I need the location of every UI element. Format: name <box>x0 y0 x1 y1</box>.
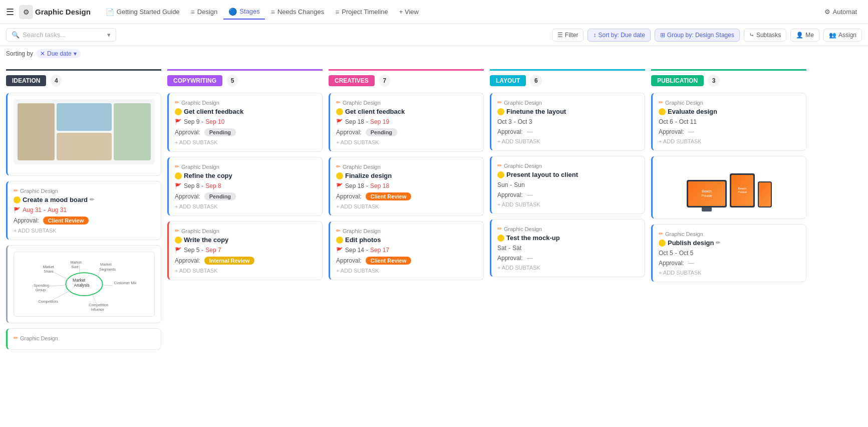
card-title-present: Present layout to client <box>497 171 639 178</box>
pencil-icon: ✏ <box>659 231 663 237</box>
card-create-mood-board[interactable]: ✏ Graphic Design Create a mood board ✏ 🚩… <box>6 181 161 240</box>
card-mood-board-image[interactable] <box>6 93 161 176</box>
status-dot <box>175 237 182 244</box>
card-copywriting-feedback[interactable]: ✏ Graphic Design Get client feedback 🚩 S… <box>167 93 323 152</box>
card-publish-design[interactable]: ✏ Graphic Design Publish design ✏ Oct 5 … <box>651 224 806 282</box>
status-dot <box>175 108 182 115</box>
tablet: BeachPlease <box>730 173 755 207</box>
svg-text:Market: Market <box>73 278 86 283</box>
card-creatives-feedback[interactable]: ✏ Graphic Design Get client feedback 🚩 S… <box>329 93 484 152</box>
date-end: Sep 19 <box>370 118 389 125</box>
search-box[interactable]: 🔍 Search tasks... ▾ <box>6 28 116 42</box>
timeline-icon: ≡ <box>335 8 339 16</box>
close-sort-icon[interactable]: ✕ <box>40 50 45 57</box>
card-title-finalize: Finalize design <box>336 172 477 179</box>
date-end: Sep 10 <box>205 118 224 125</box>
subtasks-button[interactable]: ⤷ Subtasks <box>744 29 786 42</box>
column-header-copywriting: COPYWRITING 5 <box>167 69 323 87</box>
status-dot <box>659 240 666 247</box>
filter-button[interactable]: ☰ Filter <box>552 29 584 42</box>
status-dot <box>336 108 343 115</box>
add-subtask[interactable]: + ADD SUBTASK <box>336 139 477 145</box>
app-icon: ⚙ <box>19 5 33 19</box>
tab-stages[interactable]: 🔵 Stages <box>223 5 264 20</box>
monitor: BeachPlease <box>687 180 727 207</box>
card-device-mockup[interactable]: BeachPlease BeachPlease <box>651 156 806 219</box>
search-input[interactable]: Search tasks... <box>23 31 66 39</box>
search-dropdown-icon[interactable]: ▾ <box>107 31 111 39</box>
date-start: Sat <box>497 245 506 252</box>
automat-button[interactable]: ⚙ Automat <box>819 6 862 18</box>
card-edit-photos[interactable]: ✏ Graphic Design Edit photos 🚩 Sep 14 - … <box>329 221 484 280</box>
pencil-icon: ✏ <box>497 226 502 232</box>
svg-text:Segments: Segments <box>99 267 116 272</box>
column-creatives: CREATIVES 7 ✏ Graphic Design Get client … <box>329 69 484 285</box>
stage-count-creatives: 7 <box>379 75 391 87</box>
card-dates: 🚩 Sep 9 - Sep 10 <box>175 118 316 125</box>
add-subtask[interactable]: + ADD SUBTASK <box>659 138 800 144</box>
approval-dash: — <box>688 128 694 135</box>
toolbar: 🔍 Search tasks... ▾ ☰ Filter ↕ Sort by: … <box>0 24 868 46</box>
add-subtask[interactable]: + ADD SUBTASK <box>497 265 639 271</box>
card-project: ✏ Graphic Design <box>175 163 316 170</box>
date-end: Sat <box>512 245 521 252</box>
tab-view-add[interactable]: + View <box>394 5 424 19</box>
sort-chip-chevron[interactable]: ▾ <box>74 50 77 57</box>
pencil-icon: ✏ <box>336 163 341 170</box>
date-end: Sep 18 <box>370 182 389 189</box>
card-project: ✏ Graphic Design <box>336 99 477 106</box>
card-test-mockup[interactable]: ✏ Graphic Design Test the mock-up Sat - … <box>490 219 645 277</box>
date-start: Oct 3 <box>497 118 512 125</box>
status-dot <box>175 172 182 179</box>
tab-design[interactable]: ≡ Design <box>186 5 223 19</box>
status-dot <box>497 171 504 178</box>
column-layout: LAYOUT 6 ✏ Graphic Design Finetune the l… <box>490 69 645 282</box>
sort-by-button[interactable]: ↕ Sort by: Due date <box>588 29 650 42</box>
approval-badge: Client Review <box>366 192 412 200</box>
card-ideation-bottom[interactable]: ✏ Graphic Design <box>6 328 161 350</box>
edit-icon[interactable]: ✏ <box>716 240 720 246</box>
add-subtask[interactable]: + ADD SUBTASK <box>175 203 316 209</box>
card-dates: 🚩 Sep 18 - Sep 18 <box>336 182 477 189</box>
date-end: Sep 8 <box>205 182 221 189</box>
me-button[interactable]: 👤 Me <box>790 29 819 42</box>
card-write-copy[interactable]: ✏ Graphic Design Write the copy 🚩 Sep 5 … <box>167 221 323 280</box>
add-subtask-mood-board[interactable]: + ADD SUBTASK <box>14 228 155 234</box>
pencil-icon: ✏ <box>336 99 341 106</box>
sort-chip[interactable]: ✕ Due date ▾ <box>36 49 81 58</box>
monitor-screen: BeachPlease <box>688 181 725 206</box>
add-subtask[interactable]: + ADD SUBTASK <box>497 201 639 207</box>
pencil-icon-bottom: ✏ <box>14 335 18 341</box>
add-subtask[interactable]: + ADD SUBTASK <box>659 270 800 276</box>
edit-icon[interactable]: ✏ <box>90 196 94 203</box>
hamburger-icon[interactable]: ☰ <box>6 7 14 18</box>
card-project-label: ✏ Graphic Design <box>14 187 155 194</box>
card-title-finetune: Finetune the layout <box>497 108 639 115</box>
add-subtask[interactable]: + ADD SUBTASK <box>175 268 316 274</box>
card-title-mood-board: Create a mood board ✏ <box>14 196 155 203</box>
column-header-publication: PUBLICATION 3 <box>651 69 806 87</box>
date-start: Sep 8 <box>184 182 199 189</box>
column-header-layout: LAYOUT 6 <box>490 69 645 87</box>
tab-getting-started[interactable]: 📄 Getting Started Guide <box>101 5 185 19</box>
column-publication: PUBLICATION 3 ✏ Graphic Design Evaluate … <box>651 69 806 287</box>
approval-badge: Pending <box>204 128 236 136</box>
add-subtask[interactable]: + ADD SUBTASK <box>336 268 477 274</box>
card-finetune-layout[interactable]: ✏ Graphic Design Finetune the layout Oct… <box>490 93 645 151</box>
tablet-screen: BeachPlease <box>731 175 753 206</box>
card-finalize-design[interactable]: ✏ Graphic Design Finalize design 🚩 Sep 1… <box>329 157 484 216</box>
add-subtask[interactable]: + ADD SUBTASK <box>336 203 477 209</box>
card-market-analysis[interactable]: Market Analysis Market Share Market Size… <box>6 245 161 323</box>
group-by-button[interactable]: ⊞ Group by: Design Stages <box>655 29 740 42</box>
card-present-layout[interactable]: ✏ Graphic Design Present layout to clien… <box>490 156 645 214</box>
tab-project-timeline[interactable]: ≡ Project Timeline <box>330 5 393 19</box>
add-subtask[interactable]: + ADD SUBTASK <box>175 139 316 145</box>
card-evaluate-design[interactable]: ✏ Graphic Design Evaluate design Oct 6 -… <box>651 93 806 151</box>
card-refine-copy[interactable]: ✏ Graphic Design Refine the copy 🚩 Sep 8… <box>167 157 323 216</box>
approval-dash: — <box>527 255 533 262</box>
add-subtask[interactable]: + ADD SUBTASK <box>497 138 639 144</box>
tab-needs-changes[interactable]: ≡ Needs Changes <box>266 5 329 19</box>
assign-button[interactable]: 👥 Assign <box>823 29 862 42</box>
date-start: Sun <box>497 181 508 188</box>
card-title-write: Write the copy <box>175 236 316 244</box>
